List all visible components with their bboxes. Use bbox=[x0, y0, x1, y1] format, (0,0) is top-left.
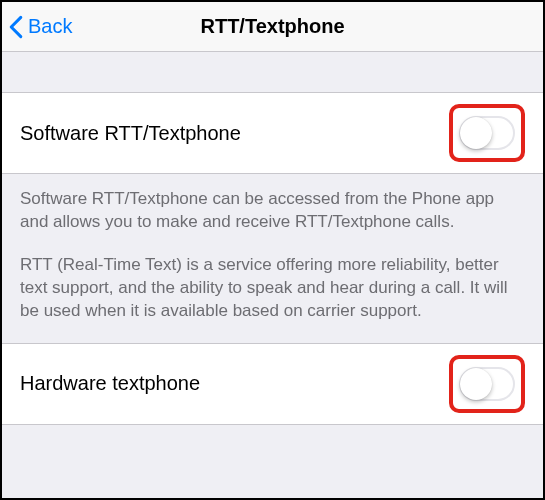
hardware-textphone-toggle[interactable] bbox=[459, 367, 515, 401]
hardware-textphone-row: Hardware textphone bbox=[2, 343, 543, 425]
highlight-box bbox=[449, 355, 525, 413]
software-rtt-toggle[interactable] bbox=[459, 116, 515, 150]
description-p1: Software RTT/Textphone can be accessed f… bbox=[20, 188, 525, 234]
toggle-knob bbox=[460, 117, 492, 149]
hardware-textphone-label: Hardware textphone bbox=[20, 372, 200, 395]
software-rtt-label: Software RTT/Textphone bbox=[20, 122, 241, 145]
back-button[interactable]: Back bbox=[2, 15, 72, 39]
description-text: Software RTT/Textphone can be accessed f… bbox=[2, 174, 543, 343]
chevron-left-icon bbox=[8, 15, 24, 39]
back-label: Back bbox=[28, 15, 72, 38]
highlight-box bbox=[449, 104, 525, 162]
navbar: Back RTT/Textphone bbox=[2, 2, 543, 52]
description-p2: RTT (Real-Time Text) is a service offeri… bbox=[20, 254, 525, 323]
toggle-knob bbox=[460, 368, 492, 400]
section-spacer bbox=[2, 52, 543, 92]
software-rtt-row: Software RTT/Textphone bbox=[2, 92, 543, 174]
page-title: RTT/Textphone bbox=[2, 15, 543, 38]
